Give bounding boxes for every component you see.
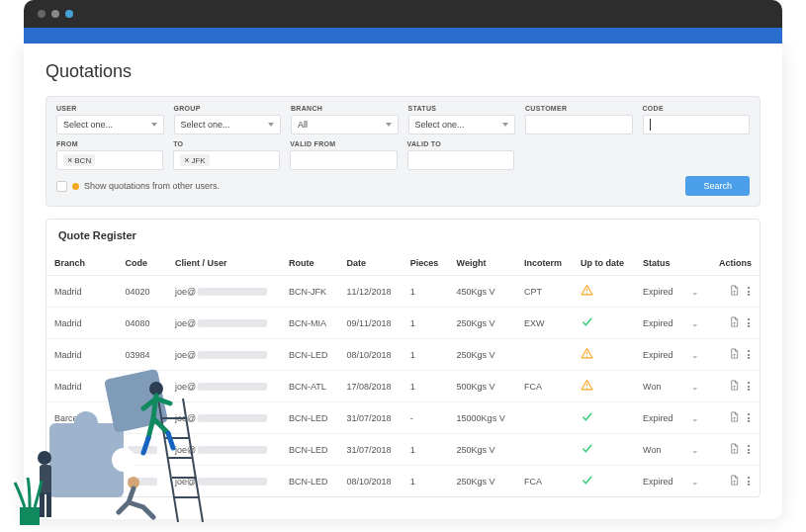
customer-input[interactable] xyxy=(525,115,633,134)
cell-incoterm xyxy=(516,339,573,371)
chevron-down-icon[interactable]: ⌄ xyxy=(691,477,699,487)
code-label: CODE xyxy=(643,105,751,112)
group-label: GROUP xyxy=(174,105,282,112)
cell-client: joe@ xyxy=(167,402,281,434)
kebab-menu-icon[interactable] xyxy=(746,350,752,359)
chevron-down-icon[interactable]: ⌄ xyxy=(691,445,699,455)
from-input[interactable]: BCN xyxy=(56,150,163,170)
cell-branch: Barcelona xyxy=(46,402,118,434)
cell-code xyxy=(118,466,168,497)
chevron-down-icon[interactable]: ⌄ xyxy=(691,350,699,360)
to-input[interactable]: JFK xyxy=(173,150,280,170)
window-dot-minimize[interactable] xyxy=(51,10,59,18)
col-pieces[interactable]: Pieces xyxy=(403,251,449,276)
cell-branch: Madrid xyxy=(46,339,118,371)
col-client[interactable]: Client / User xyxy=(167,251,281,276)
cell-actions xyxy=(708,371,760,402)
cell-incoterm: FCA xyxy=(516,466,573,497)
cell-pieces: 1 xyxy=(403,276,449,308)
window-chrome xyxy=(24,0,782,28)
kebab-menu-icon[interactable] xyxy=(746,413,752,422)
cell-expand[interactable]: ⌄ xyxy=(683,402,708,434)
kebab-menu-icon[interactable] xyxy=(746,318,752,327)
cell-pieces: 1 xyxy=(403,371,449,402)
cell-code: 04080 xyxy=(118,308,168,339)
cell-expand[interactable]: ⌄ xyxy=(683,371,708,402)
pdf-icon[interactable] xyxy=(729,316,740,329)
cell-status: Expired xyxy=(635,466,683,497)
cell-weight: 250Kgs V xyxy=(449,466,516,497)
cell-branch xyxy=(46,466,118,497)
group-select[interactable]: Select one... xyxy=(174,115,282,134)
show-others-checkbox-row[interactable]: Show quotations from other users. xyxy=(56,181,220,192)
kebab-menu-icon[interactable] xyxy=(746,382,752,391)
kebab-menu-icon[interactable] xyxy=(746,445,752,454)
cell-weight: 450Kgs V xyxy=(449,276,516,308)
chevron-down-icon[interactable]: ⌄ xyxy=(691,382,699,392)
cell-incoterm xyxy=(516,434,573,466)
table-row: Madrid04020joe@BCN-JFK11/12/20181450Kgs … xyxy=(46,276,760,308)
cell-uptodate xyxy=(573,434,635,466)
kebab-menu-icon[interactable] xyxy=(746,477,752,486)
cell-code xyxy=(118,434,168,466)
search-button[interactable]: Search xyxy=(685,176,750,196)
table-row: joe@BCN-LED31/07/20181250Kgs VWon⌄ xyxy=(46,434,760,466)
pdf-icon[interactable] xyxy=(729,380,740,393)
cell-weight: 500Kgs V xyxy=(449,371,516,402)
cell-expand[interactable]: ⌄ xyxy=(683,276,708,308)
cell-expand[interactable]: ⌄ xyxy=(683,434,708,466)
cell-incoterm: EXW xyxy=(516,308,573,339)
to-label: TO xyxy=(173,140,280,147)
chevron-down-icon[interactable]: ⌄ xyxy=(691,413,699,423)
user-label: USER xyxy=(56,105,164,112)
filter-panel: USER Select one... GROUP Select one... B… xyxy=(45,96,761,207)
cell-weight: 250Kgs V xyxy=(449,434,516,466)
cell-client: joe@ xyxy=(167,276,281,308)
cell-pieces: 1 xyxy=(403,339,449,371)
pdf-icon[interactable] xyxy=(729,285,740,298)
customer-label: CUSTOMER xyxy=(525,105,633,112)
svg-point-5 xyxy=(586,388,587,389)
pdf-icon[interactable] xyxy=(729,411,740,424)
branch-select[interactable]: All xyxy=(291,115,399,134)
pdf-icon[interactable] xyxy=(729,475,740,488)
cell-branch xyxy=(46,434,118,466)
show-others-checkbox[interactable] xyxy=(56,181,67,192)
cell-branch: Madrid xyxy=(46,371,118,402)
cell-code: 04010 xyxy=(118,402,168,434)
cell-code: 04020 xyxy=(118,276,168,308)
col-date[interactable]: Date xyxy=(338,251,402,276)
table-row: Madrid03955joe@BCN-ATL17/08/20181500Kgs … xyxy=(46,371,760,402)
pdf-icon[interactable] xyxy=(729,348,740,361)
col-route[interactable]: Route xyxy=(281,251,338,276)
cell-client: joe@ xyxy=(167,339,281,371)
cell-expand[interactable]: ⌄ xyxy=(683,466,708,497)
cell-actions xyxy=(708,308,760,339)
col-branch[interactable]: Branch xyxy=(46,251,118,276)
cell-date: 31/07/2018 xyxy=(338,434,402,466)
status-select[interactable]: Select one... xyxy=(408,115,516,134)
cell-actions xyxy=(708,466,760,497)
window-dot-maximize[interactable] xyxy=(65,10,73,18)
user-select[interactable]: Select one... xyxy=(56,115,164,134)
col-status[interactable]: Status xyxy=(635,251,683,276)
col-weight[interactable]: Weight xyxy=(449,251,516,276)
kebab-menu-icon[interactable] xyxy=(746,287,752,296)
pdf-icon[interactable] xyxy=(729,443,740,456)
valid-from-input[interactable] xyxy=(290,150,397,170)
cell-uptodate xyxy=(573,371,635,402)
code-input[interactable] xyxy=(643,115,751,134)
valid-to-input[interactable] xyxy=(407,150,514,170)
check-icon xyxy=(581,447,593,457)
col-incoterm[interactable]: Incoterm xyxy=(516,251,573,276)
chevron-down-icon[interactable]: ⌄ xyxy=(691,318,699,328)
svg-point-1 xyxy=(586,293,587,294)
window-dot-close[interactable] xyxy=(38,10,45,18)
cell-expand[interactable]: ⌄ xyxy=(683,308,708,339)
col-code[interactable]: Code xyxy=(118,251,168,276)
col-uptodate[interactable]: Up to date xyxy=(573,251,635,276)
cell-client: joe@ xyxy=(167,434,281,466)
cell-actions xyxy=(708,402,760,434)
chevron-down-icon[interactable]: ⌄ xyxy=(691,287,699,297)
cell-expand[interactable]: ⌄ xyxy=(683,339,708,371)
